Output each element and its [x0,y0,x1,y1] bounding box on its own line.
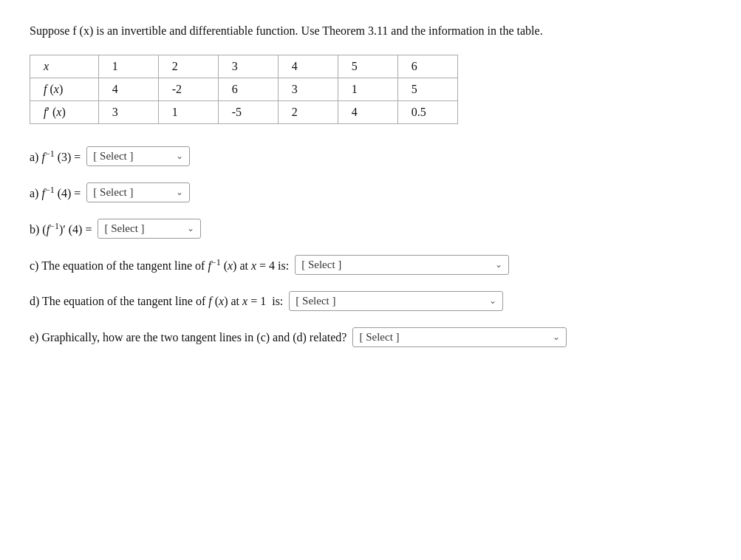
table-f-3: 6 [218,78,278,101]
question-a2-label: a) f−1 (4) = [30,185,81,200]
question-d-select-text: [ Select ] [296,295,335,307]
table-col-2: 2 [158,55,218,78]
question-d-label: d) The equation of the tangent line of f… [30,295,283,308]
table-header-x: x [30,55,99,78]
table-col-3: 3 [218,55,278,78]
question-a1-select[interactable]: [ Select ] ⌄ [86,146,190,166]
question-e-select[interactable]: [ Select ] ⌄ [352,327,567,347]
question-a2-select[interactable]: [ Select ] ⌄ [86,182,190,202]
question-d-select[interactable]: [ Select ] ⌄ [289,291,503,311]
table-fp-1: 3 [98,101,158,124]
question-e-select-text: [ Select ] [359,331,399,344]
table-f-6: 5 [397,78,457,101]
table-fp-4: 2 [278,101,338,124]
question-c-select-text: [ Select ] [301,259,341,271]
question-c-select[interactable]: [ Select ] ⌄ [295,255,509,275]
question-b-label: b) (f−1)′ (4) = [30,221,92,236]
table-fp-5: 4 [338,101,397,124]
question-d: d) The equation of the tangent line of f… [30,291,711,311]
question-a1-select-text: [ Select ] [93,150,133,163]
table-header-fp: f′ (x) [30,101,99,124]
question-e: e) Graphically, how are the two tangent … [30,327,711,347]
table-col-5: 5 [338,55,397,78]
question-e-label: e) Graphically, how are the two tangent … [30,331,346,344]
question-e-chevron-icon: ⌄ [553,332,560,343]
question-b-select-text: [ Select ] [104,222,144,235]
question-b-chevron-icon: ⌄ [187,223,194,234]
question-a1-label: a) f−1 (3) = [30,148,81,164]
question-b: b) (f−1)′ (4) = [ Select ] ⌄ [30,219,711,239]
table-col-1: 1 [98,55,158,78]
question-a2-chevron-icon: ⌄ [176,187,183,198]
table-header-f: f (x) [30,78,99,101]
question-c: c) The equation of the tangent line of f… [30,255,711,275]
question-a2-select-text: [ Select ] [93,186,133,199]
table-fp-3: -5 [218,101,278,124]
table-col-6: 6 [397,55,457,78]
intro-text: Suppose f (x) is an invertible and diffe… [30,22,711,40]
table-f-1: 4 [98,78,158,101]
question-d-chevron-icon: ⌄ [489,296,496,307]
question-b-select[interactable]: [ Select ] ⌄ [98,219,201,239]
table-fp-2: 1 [158,101,218,124]
table-col-4: 4 [278,55,338,78]
question-c-chevron-icon: ⌄ [495,259,502,270]
question-a1-chevron-icon: ⌄ [176,151,183,162]
question-c-label: c) The equation of the tangent line of f… [30,257,289,273]
question-a1: a) f−1 (3) = [ Select ] ⌄ [30,146,711,166]
table-fp-6: 0.5 [397,101,457,124]
question-a2: a) f−1 (4) = [ Select ] ⌄ [30,182,711,202]
table-f-5: 1 [338,78,397,101]
table-f-4: 3 [278,78,338,101]
table-f-2: -2 [158,78,218,101]
data-table: x 1 2 3 4 5 6 f (x) 4 -2 6 3 1 5 f′ (x) … [30,55,458,124]
